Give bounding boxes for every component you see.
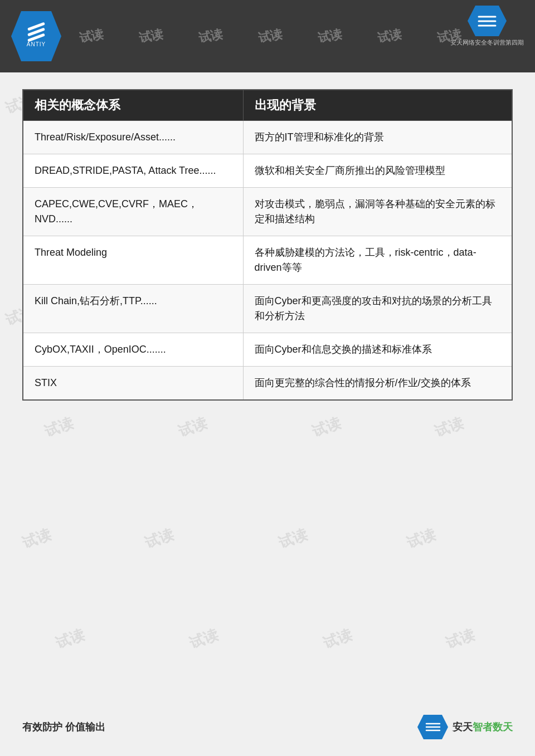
header-watermark-4: 试读	[257, 26, 284, 46]
header: ANTIY 试读 试读 试读 试读 试读 试读 试读 安天网络安全冬训营第四期	[0, 0, 535, 72]
table-row: DREAD,STRIDE,PASTA, Attack Tree......微软和…	[23, 154, 512, 188]
table-row: Threat/Risk/Exposure/Asset......西方的IT管理和…	[23, 121, 512, 154]
table-row: CybOX,TAXII，OpenIOC.......面向Cyber和信息交换的描…	[23, 333, 512, 367]
table-row: Kill Chain,钻石分析,TTP......面向Cyber和更高强度的攻击…	[23, 285, 512, 333]
header-watermark-3: 试读	[197, 26, 225, 46]
table-cell-right-5: 面向Cyber和信息交换的描述和标准体系	[243, 333, 512, 367]
table-cell-left-6: STIX	[23, 367, 243, 401]
header-right-logo-icon	[468, 6, 507, 36]
table-cell-right-6: 面向更完整的综合性的情报分析/作业/交换的体系	[243, 367, 512, 401]
header-watermark-5: 试读	[317, 26, 344, 46]
table-cell-left-3: Threat Modeling	[23, 236, 243, 285]
header-watermark-2: 试读	[137, 26, 164, 46]
header-watermark-6: 试读	[376, 26, 403, 46]
logo-text: ANTIY	[27, 41, 46, 47]
header-right-logo: 安天网络安全冬训营第四期	[450, 6, 524, 47]
footer-left-text: 有效防护 价值输出	[22, 720, 105, 734]
concept-table: 相关的概念体系 出现的背景 Threat/Risk/Exposure/Asset…	[22, 89, 513, 401]
col2-header: 出现的背景	[243, 90, 512, 121]
footer-logo: 安天智者数天	[417, 715, 513, 739]
col1-header: 相关的概念体系	[23, 90, 243, 121]
table-cell-left-5: CybOX,TAXII，OpenIOC.......	[23, 333, 243, 367]
table-cell-left-2: CAPEC,CWE,CVE,CVRF，MAEC，NVD......	[23, 188, 243, 236]
table-cell-right-2: 对攻击模式，脆弱点，漏洞等各种基础的安全元素的标定和描述结构	[243, 188, 512, 236]
main-content: 相关的概念体系 出现的背景 Threat/Risk/Exposure/Asset…	[22, 89, 513, 700]
footer-brand: 安天智者数天	[453, 720, 513, 734]
table-cell-right-1: 微软和相关安全厂商所推出的风险管理模型	[243, 154, 512, 188]
table-cell-left-4: Kill Chain,钻石分析,TTP......	[23, 285, 243, 333]
table-row: STIX面向更完整的综合性的情报分析/作业/交换的体系	[23, 367, 512, 401]
table-row: CAPEC,CWE,CVE,CVRF，MAEC，NVD......对攻击模式，脆…	[23, 188, 512, 236]
table-cell-right-0: 西方的IT管理和标准化的背景	[243, 121, 512, 154]
table-cell-right-3: 各种威胁建模的方法论，工具，risk-centric，data-driven等等	[243, 236, 512, 285]
footer: 有效防护 价值输出 安天智者数天	[22, 715, 513, 739]
table-cell-right-4: 面向Cyber和更高强度的攻击和对抗的场景的分析工具和分析方法	[243, 285, 512, 333]
table-row: Threat Modeling各种威胁建模的方法论，工具，risk-centri…	[23, 236, 512, 285]
table-cell-left-1: DREAD,STRIDE,PASTA, Attack Tree......	[23, 154, 243, 188]
header-right-subtext: 安天网络安全冬训营第四期	[450, 38, 524, 47]
footer-logo-icon	[417, 715, 448, 739]
header-watermark-1: 试读	[77, 26, 105, 46]
table-cell-left-0: Threat/Risk/Exposure/Asset......	[23, 121, 243, 154]
logo: ANTIY	[11, 11, 61, 61]
